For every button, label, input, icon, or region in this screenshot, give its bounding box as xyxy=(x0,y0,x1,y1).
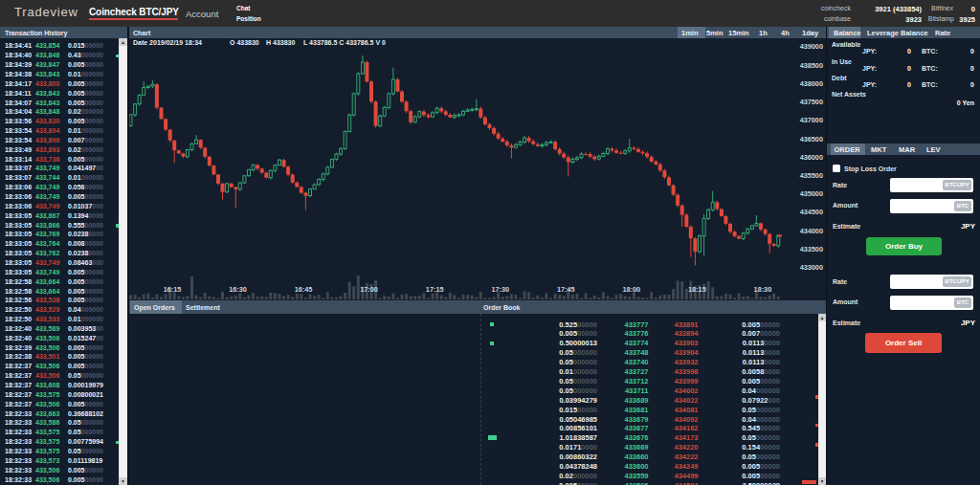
svg-text:436000: 436000 xyxy=(800,153,823,162)
svg-text:435000: 435000 xyxy=(800,189,823,198)
svg-text:18:30: 18:30 xyxy=(754,285,772,294)
svg-text:16:15: 16:15 xyxy=(164,285,182,294)
svg-text:L 433786.5 C 433786.5 V 0: L 433786.5 C 433786.5 V 0 xyxy=(303,39,386,46)
svg-text:17:15: 17:15 xyxy=(426,285,444,294)
svg-text:435500: 435500 xyxy=(800,171,823,180)
svg-text:433500: 433500 xyxy=(800,245,823,254)
svg-text:18:15: 18:15 xyxy=(688,285,706,294)
svg-text:438500: 438500 xyxy=(800,61,823,70)
svg-text:16:30: 16:30 xyxy=(229,285,247,294)
svg-text:436500: 436500 xyxy=(800,135,823,143)
svg-text:439000: 439000 xyxy=(800,42,823,51)
svg-text:16:45: 16:45 xyxy=(295,285,313,294)
svg-text:433000: 433000 xyxy=(800,263,823,272)
svg-text:17:00: 17:00 xyxy=(360,285,378,294)
svg-text:18:00: 18:00 xyxy=(622,285,640,294)
svg-text:437500: 437500 xyxy=(800,98,823,106)
svg-text:438000: 438000 xyxy=(800,79,823,88)
svg-text:17:30: 17:30 xyxy=(491,285,509,294)
svg-text:H 433830: H 433830 xyxy=(266,39,295,46)
svg-text:17:45: 17:45 xyxy=(557,285,575,294)
svg-text:437000: 437000 xyxy=(800,116,823,124)
svg-text:434000: 434000 xyxy=(800,227,823,235)
svg-text:Date 2019/02/19 18:34: Date 2019/02/19 18:34 xyxy=(133,39,202,46)
svg-text:O 433830: O 433830 xyxy=(230,39,259,46)
svg-text:434500: 434500 xyxy=(800,208,823,216)
